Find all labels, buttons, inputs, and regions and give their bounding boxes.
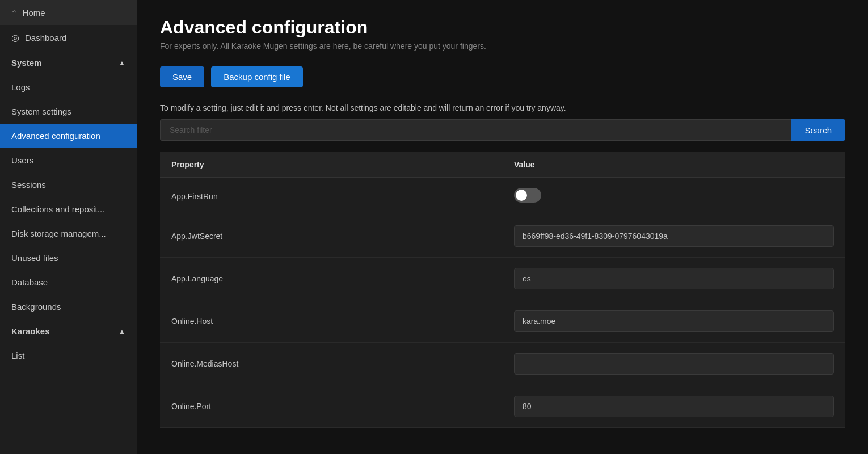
chevron-up-icon: ▲ (119, 59, 125, 67)
main-content: Advanced configuration For experts only.… (137, 0, 868, 454)
sidebar-item-users-label: Users (11, 155, 33, 165)
dashboard-icon: ◎ (11, 32, 19, 43)
value-input-online-host[interactable] (514, 310, 834, 332)
col-header-property: Property (160, 152, 503, 178)
chevron-up-icon-karaokes: ▲ (119, 327, 125, 335)
sidebar-item-collections[interactable]: Collections and reposit... (0, 197, 137, 221)
table-row: Online.Host (160, 300, 845, 343)
sidebar-item-users[interactable]: Users (0, 148, 137, 173)
table-row: App.Language (160, 258, 845, 300)
value-cell[interactable] (503, 215, 845, 258)
table-row: Online.Port (160, 385, 845, 428)
sidebar-item-system-settings-label: System settings (11, 107, 71, 116)
sidebar-item-home-label: Home (23, 8, 45, 18)
sidebar-item-database-label: Database (11, 278, 48, 287)
value-input-app-jwtsecret[interactable] (514, 225, 834, 247)
config-table: Property Value App.FirstRunApp.JwtSecret… (160, 152, 845, 428)
property-cell: Online.Port (160, 385, 503, 428)
sidebar-item-advanced-configuration[interactable]: Advanced configuration (0, 124, 137, 148)
sidebar-item-disk-storage[interactable]: Disk storage managem... (0, 221, 137, 246)
value-cell[interactable] (503, 178, 845, 215)
sidebar-section-system-label: System (11, 58, 41, 68)
sidebar-section-karaokes[interactable]: Karaokes ▲ (0, 319, 137, 343)
sidebar-item-logs[interactable]: Logs (0, 75, 137, 99)
value-cell[interactable] (503, 258, 845, 300)
value-input-online-mediashost[interactable] (514, 353, 834, 375)
sidebar-section-system[interactable]: System ▲ (0, 51, 137, 75)
value-cell[interactable] (503, 385, 845, 428)
table-row: Online.MediasHost (160, 343, 845, 385)
value-input-app-language[interactable] (514, 268, 834, 289)
sidebar-item-home[interactable]: ⌂ Home (0, 0, 137, 25)
backup-config-button[interactable]: Backup config file (211, 66, 303, 87)
value-input-online-port[interactable] (514, 396, 834, 417)
sidebar-section-karaokes-label: Karaokes (11, 326, 50, 336)
value-cell[interactable] (503, 343, 845, 385)
table-row: App.FirstRun (160, 178, 845, 215)
sidebar-item-sessions-label: Sessions (11, 180, 46, 190)
sidebar-item-unused-files[interactable]: Unused files (0, 246, 137, 270)
value-cell[interactable] (503, 300, 845, 343)
property-cell: App.JwtSecret (160, 215, 503, 258)
search-button[interactable]: Search (791, 119, 845, 141)
sidebar-item-logs-label: Logs (11, 82, 30, 92)
toggle-wrapper[interactable] (514, 188, 541, 203)
page-subtitle: For experts only. All Karaoke Mugen sett… (160, 41, 845, 51)
home-icon: ⌂ (11, 7, 17, 18)
instructions-text: To modify a setting, just edit it and pr… (160, 103, 845, 112)
sidebar-item-list[interactable]: List (0, 343, 137, 368)
sidebar-item-backgrounds-label: Backgrounds (11, 302, 61, 312)
sidebar-item-sessions[interactable]: Sessions (0, 173, 137, 197)
sidebar-item-dashboard[interactable]: ◎ Dashboard (0, 25, 137, 51)
toggle-thumb (516, 190, 527, 201)
sidebar-item-advanced-configuration-label: Advanced configuration (11, 131, 100, 141)
toolbar: Save Backup config file (160, 66, 845, 87)
property-cell: Online.Host (160, 300, 503, 343)
property-cell: App.Language (160, 258, 503, 300)
sidebar-item-disk-storage-label: Disk storage managem... (11, 229, 106, 238)
table-row: App.JwtSecret (160, 215, 845, 258)
sidebar-item-system-settings[interactable]: System settings (0, 99, 137, 124)
col-header-value: Value (503, 152, 845, 178)
toggle-app-firstrun[interactable] (514, 188, 541, 203)
search-row: Search (160, 119, 845, 141)
sidebar-item-unused-files-label: Unused files (11, 253, 58, 263)
page-title: Advanced configuration (160, 17, 845, 38)
search-input[interactable] (160, 119, 791, 141)
sidebar-item-database[interactable]: Database (0, 270, 137, 295)
sidebar-item-backgrounds[interactable]: Backgrounds (0, 295, 137, 319)
sidebar-item-collections-label: Collections and reposit... (11, 204, 104, 214)
save-button[interactable]: Save (160, 66, 204, 87)
property-cell: Online.MediasHost (160, 343, 503, 385)
sidebar-item-dashboard-label: Dashboard (25, 33, 66, 43)
property-cell: App.FirstRun (160, 178, 503, 215)
sidebar-item-list-label: List (11, 351, 24, 360)
sidebar: ⌂ Home ◎ Dashboard System ▲ Logs System … (0, 0, 137, 454)
